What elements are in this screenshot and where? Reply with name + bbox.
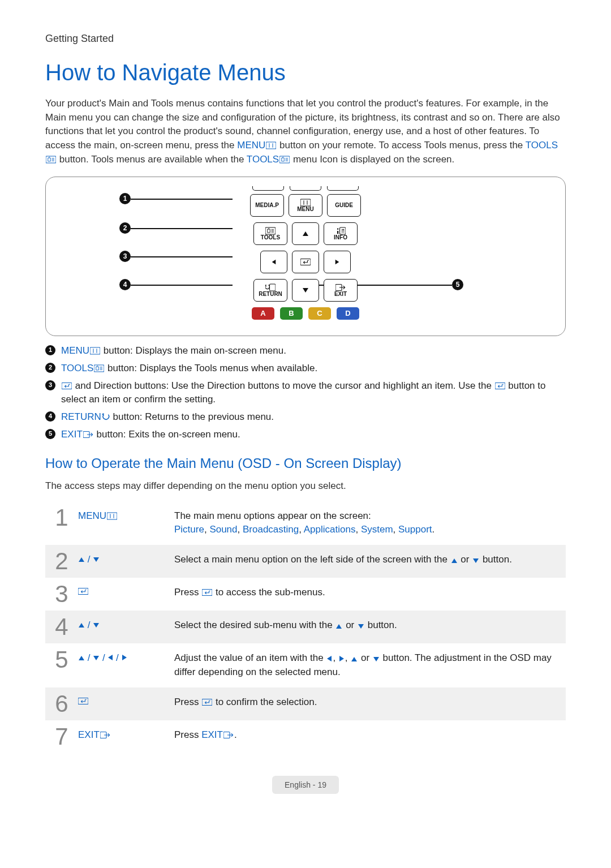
stub-icon xyxy=(252,186,284,191)
step-text: Press xyxy=(174,697,201,707)
info-icon xyxy=(335,227,346,235)
tools-label: TOOLS xyxy=(247,154,279,165)
step-text: to access the sub-menus. xyxy=(213,587,325,598)
legend-number: 2 xyxy=(45,363,55,373)
step-6: 6 Press to confirm the selection. xyxy=(45,687,566,720)
legend-key: TOOLS xyxy=(61,363,93,373)
stub-icon xyxy=(290,186,321,191)
menu-icon xyxy=(107,512,117,520)
tools-icon xyxy=(265,227,276,235)
step-text: or xyxy=(358,652,372,663)
return-button-label: RETURN xyxy=(259,291,282,298)
step-key xyxy=(78,687,174,710)
legend-item-2: 2 TOOLS button: Displays the Tools menus… xyxy=(45,362,566,376)
menu-option: Broadcasting xyxy=(243,524,299,535)
callout-1: 1 xyxy=(119,193,131,204)
up-arrow-icon xyxy=(335,624,342,629)
info-button-label: INFO xyxy=(334,235,347,241)
step-number: 1 xyxy=(45,501,78,534)
step-number: 6 xyxy=(45,687,78,720)
menu-button: MENU xyxy=(289,194,322,217)
step-key: EXIT xyxy=(78,720,174,742)
up-arrow-icon xyxy=(78,622,85,628)
exit-label: EXIT xyxy=(78,729,100,740)
legend-number: 5 xyxy=(45,429,55,439)
legend-text: button: Displays the main on-screen menu… xyxy=(101,345,286,356)
menu-button-label: MENU xyxy=(297,207,313,213)
step-3: 3 Press to access the sub-menus. xyxy=(45,578,566,611)
step-desc: Select the desired sub-menu with the or … xyxy=(174,611,566,641)
return-icon xyxy=(265,283,276,291)
callout-3: 3 xyxy=(119,251,131,262)
exit-icon xyxy=(100,731,110,739)
up-button xyxy=(292,222,319,245)
enter-icon xyxy=(202,698,212,706)
up-arrow-icon xyxy=(351,656,358,662)
mediap-button: MEDIA.P xyxy=(250,194,284,217)
step-desc: Adjust the value of an item with the , ,… xyxy=(174,643,566,687)
legend-key: MENU xyxy=(61,345,89,356)
step-5: 5 / / / Adjust the value of an item with… xyxy=(45,643,566,687)
step-number: 7 xyxy=(45,720,78,753)
right-button xyxy=(324,251,351,273)
callout-5: 5 xyxy=(452,279,463,290)
osd-heading: How to Operate the Main Menu (OSD - On S… xyxy=(45,454,566,474)
step-key: MENU xyxy=(78,501,174,523)
exit-label: EXIT xyxy=(201,729,223,740)
color-c-button: C xyxy=(308,307,331,320)
menu-icon xyxy=(90,347,100,355)
section-heading: Getting Started xyxy=(45,31,566,46)
guide-button: GUIDE xyxy=(327,194,361,217)
enter-icon xyxy=(300,258,311,266)
stub-icon xyxy=(327,186,359,191)
step-key xyxy=(78,578,174,600)
step-key: / xyxy=(78,611,174,633)
menu-label: MENU xyxy=(78,510,106,521)
menu-option: Sound xyxy=(209,524,237,535)
legend-text: and Direction buttons: Use the Direction… xyxy=(72,380,494,391)
step-number: 3 xyxy=(45,578,78,611)
step-number: 4 xyxy=(45,611,78,643)
return-icon xyxy=(102,413,110,421)
step-4: 4 / Select the desired sub-menu with the… xyxy=(45,611,566,643)
callout-2: 2 xyxy=(119,222,131,234)
legend-number: 4 xyxy=(45,411,55,422)
step-number: 5 xyxy=(45,643,78,676)
callout-line xyxy=(131,228,233,229)
enter-icon xyxy=(78,697,88,705)
left-button xyxy=(260,251,287,273)
up-arrow-icon xyxy=(451,558,458,564)
step-desc: Press to access the sub-menus. xyxy=(174,578,566,608)
step-desc: Press to confirm the selection. xyxy=(174,687,566,717)
enter-icon xyxy=(495,382,505,390)
tools-icon xyxy=(46,156,56,164)
tools-button-label: TOOLS xyxy=(261,235,280,241)
step-1: 1 MENU The main menu options appear on t… xyxy=(45,501,566,545)
tools-button: TOOLS xyxy=(253,222,287,245)
step-key: / / / xyxy=(78,643,174,665)
page-number: English - 19 xyxy=(272,776,339,794)
legend-item-5: 5 EXIT button: Exits the on-screen menu. xyxy=(45,428,566,442)
left-arrow-icon xyxy=(107,654,113,661)
enter-icon xyxy=(62,382,72,390)
step-desc: Press EXIT. xyxy=(174,720,566,750)
up-arrow-icon xyxy=(78,655,85,661)
menu-option: Picture xyxy=(174,524,204,535)
tools-icon xyxy=(94,364,104,372)
enter-button xyxy=(292,251,319,273)
step-text: Press xyxy=(174,729,201,740)
down-arrow-icon xyxy=(93,622,100,628)
down-button xyxy=(292,279,319,302)
exit-icon xyxy=(83,431,93,439)
osd-note: The access steps may differ depending on… xyxy=(45,479,566,493)
intro-text: menu Icon is displayed on the screen. xyxy=(293,154,454,165)
right-arrow-icon xyxy=(339,655,345,662)
remote-body: MEDIA.P MENU GUIDE TOOLS INFO RETURN EXI… xyxy=(235,186,376,320)
callout-line xyxy=(131,199,233,199)
down-arrow-icon xyxy=(302,287,309,293)
menu-icon xyxy=(300,199,311,207)
legend-list: 1 MENU button: Displays the main on-scre… xyxy=(45,344,566,441)
color-a-button: A xyxy=(252,307,274,320)
step-text: button. xyxy=(480,554,512,565)
info-button: INFO xyxy=(324,222,358,245)
